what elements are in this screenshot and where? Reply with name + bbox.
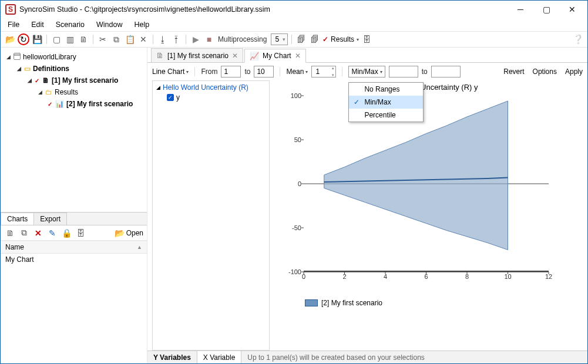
clone2-icon[interactable]: 🗐 [309,33,321,45]
charts-list-header[interactable]: Name ▲ [1,241,147,254]
results-dropdown[interactable]: ✓Results▾ [322,35,359,43]
doc-tab-chart-icon: 📈 [250,52,259,60]
copy-icon[interactable]: ⧉ [110,33,122,45]
tab-y-variables[interactable]: Y Variables [147,351,197,363]
tree-scenario-1[interactable]: [1] My first scenario [52,76,118,85]
cut-icon[interactable]: ✂ [97,33,109,45]
document-icon[interactable]: 🗎 [78,33,89,45]
db-chart-icon[interactable]: 🗄 [75,227,86,239]
range-to-label: to [422,68,428,76]
stop-icon[interactable]: ■ [203,33,215,45]
save-icon[interactable]: 💾 [31,33,43,45]
yvar-item[interactable]: ✓ y [156,93,266,102]
import-icon[interactable]: ⭳ [157,33,169,45]
panel-hint: Up to 1 panel(s) will be created based o… [241,351,587,363]
tab-export[interactable]: Export [33,213,67,225]
range-option-minmax[interactable]: ✓Min/Max [349,96,423,109]
edit-chart-icon[interactable]: ✎ [46,227,58,239]
tab-charts[interactable]: Charts [1,213,34,225]
from-label: From [201,68,217,76]
range-mode-dropdown[interactable]: Min/Max▾ [348,66,385,77]
title-bar: S SyncroSim Studio - C:\gitprojects\rsyn… [1,1,587,18]
chart-list-item[interactable]: My Chart [1,254,147,265]
menu-edit[interactable]: Edit [25,18,50,31]
range-option-noranges[interactable]: No Ranges [349,83,423,96]
scenario-icon: 🗎 [42,76,49,85]
menu-window[interactable]: Window [90,18,128,31]
document-tabstrip: 🗎 [1] My first scenario ✕ 📈 My Chart ✕ [147,48,587,63]
doc-tab-scenario[interactable]: 🗎 [1] My first scenario ✕ [151,48,243,62]
stat-n-spinner[interactable]: 1 [311,66,336,77]
new-window-icon[interactable]: ▥ [64,33,76,45]
db-settings-icon[interactable]: 🗄 [361,33,372,45]
multiprocessing-select[interactable]: 5 [271,33,288,45]
run-icon[interactable]: ▶ [190,33,201,45]
delete-icon[interactable]: ✕ [137,33,149,45]
menu-bar: File Edit Scenario Window Help [1,18,587,31]
new-chart-icon[interactable]: 🗎 [4,227,16,239]
delete-chart-icon[interactable]: ✕ [32,227,44,239]
library-icon [14,54,21,60]
tree-scenario-2[interactable]: [2] My first scenario [66,100,133,108]
to-input[interactable] [254,66,274,77]
tree-definitions[interactable]: Definitions [33,65,69,73]
export-icon[interactable]: ⭱ [170,33,182,45]
tab-close-icon[interactable]: ✕ [295,52,301,60]
copy-chart-icon[interactable]: ⧉ [18,227,30,239]
tab-x-variable[interactable]: X Variable [197,351,241,363]
folder-icon: 🗀 [45,88,52,96]
main-toolbar: 📂 ↻ 💾 ▢ ▥ 🗎 ✂ ⧉ 📋 ✕ ⭳ ⭱ ▶ ■ Multiprocess… [1,31,587,48]
tab-close-icon[interactable]: ✕ [232,52,238,60]
maximize-button[interactable]: ▢ [533,1,559,18]
doc-tab-doc-icon: 🗎 [156,51,164,60]
chart-title: Hello World Uncertainty (R) y [274,83,583,93]
range-from-input[interactable] [389,66,418,77]
range-mode-popup: No Ranges ✓Min/Max Percentile [348,82,424,122]
folder-icon: ▭ [24,65,31,73]
menu-scenario[interactable]: Scenario [50,18,90,31]
sort-icon[interactable]: ▲ [137,244,142,250]
chart-bottom-tabs: Y Variables X Variable Up to 1 panel(s) … [147,350,587,363]
menu-help[interactable]: Help [129,18,156,31]
options-button[interactable]: Options [533,68,557,76]
chart-type-dropdown[interactable]: Line Chart▾ [152,68,189,76]
close-button[interactable]: ✕ [559,1,585,18]
open-folder-icon[interactable]: 📂 [4,33,16,45]
to-label: to [244,68,250,76]
chart-result-icon: 📊 [55,100,64,108]
minimize-button[interactable]: ─ [508,1,533,18]
paste-icon[interactable]: 📋 [124,33,136,45]
legend-swatch [305,299,318,306]
help-icon[interactable]: ❔ [572,33,584,45]
clone-icon[interactable]: 🗐 [295,33,307,45]
menu-file[interactable]: File [2,18,25,31]
multiprocessing-label: Multiprocessing [218,35,267,43]
tree-library[interactable]: helloworldLibrary [23,53,76,61]
chart-area: Hello World Uncertainty (R) y -100-50050… [273,80,587,350]
tree-results-folder[interactable]: Results [55,88,78,96]
new-lib-icon[interactable]: ▢ [51,33,62,45]
yvar-group[interactable]: ◢ Hello World Uncertainty (R) [156,83,266,92]
checkbox-icon[interactable]: ✓ [167,94,174,101]
from-input[interactable] [221,66,241,77]
range-option-percentile[interactable]: Percentile [349,109,423,122]
range-to-input[interactable] [431,66,461,77]
y-variables-panel: ◢ Hello World Uncertainty (R) ✓ y [152,80,270,350]
lock-chart-icon[interactable]: 🔒 [61,227,72,239]
doc-tab-chart[interactable]: 📈 My Chart ✕ [244,49,306,63]
apply-button[interactable]: Apply [565,68,583,76]
chart-legend: [2] My first scenario [305,299,583,307]
open-chart-button[interactable]: 📂Open [115,228,143,238]
app-icon: S [5,4,16,15]
library-tree[interactable]: ◢ helloworldLibrary ◢ ▭ Definitions ◢ ✓ … [1,48,147,212]
chart-toolbar: Line Chart▾ From to Mean▾ 1 Min/Max▾ No … [147,63,587,80]
stat-dropdown[interactable]: Mean▾ [286,68,308,76]
window-title: SyncroSim Studio - C:\gitprojects\rsyncr… [19,5,508,14]
revert-button[interactable]: Revert [503,68,524,76]
refresh-icon[interactable]: ↻ [18,33,29,45]
charts-panel: Charts Export 🗎 ⧉ ✕ ✎ 🔒 🗄 📂Open Name ▲ M… [1,212,147,363]
